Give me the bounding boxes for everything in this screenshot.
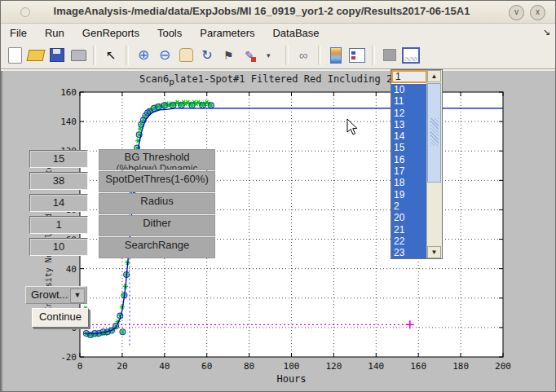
toolbar: ↖⊕⊖↻⚑✎▾∞ (1, 42, 556, 70)
dropdown-item-10[interactable]: 10 (391, 84, 427, 95)
menu-item-parameters[interactable]: Parameters (191, 25, 263, 41)
chart-title-subscript: p (169, 77, 174, 87)
dither-input[interactable]: 1 (29, 216, 88, 234)
dropdown-caret-icon: ▼ (70, 288, 85, 303)
growth-mode-dropdown[interactable]: Growt... ▼ (25, 286, 87, 304)
mouse-cursor-icon (346, 118, 360, 136)
x-tick-label: 80 (244, 361, 254, 372)
chart-title-prefix: Scan6 (139, 73, 169, 85)
pan-hand-icon[interactable] (177, 46, 195, 64)
dropdown-item-11[interactable]: 11 (391, 95, 427, 107)
menu-item-tools[interactable]: Tools (148, 25, 191, 41)
spotdetthres-1-60--input[interactable]: 38 (29, 172, 88, 190)
brush-caret-icon: ▾ (267, 51, 275, 59)
dropdown-item-23[interactable]: 23 (391, 247, 427, 258)
colorbar-icon[interactable] (327, 46, 345, 64)
chart-plot-area[interactable]: 020406080100120140160180200-200204060801… (7, 71, 556, 392)
x-tick-label: 120 (325, 361, 342, 372)
y-tick-label: -20 (60, 352, 77, 363)
menu-item-database[interactable]: DataBase (263, 25, 328, 41)
scroll-down-icon[interactable]: ▼ (427, 246, 441, 258)
x-tick-label: 140 (368, 361, 384, 372)
dropdown-item-2[interactable]: 2 (391, 200, 427, 212)
menu-corner-icon[interactable]: ↘ (543, 27, 550, 37)
toolbar-separator (126, 46, 129, 65)
menu-item-file[interactable]: File (1, 25, 36, 41)
legend-icon[interactable] (348, 46, 366, 64)
dock-figure-icon (402, 47, 420, 64)
dropdown-item-12[interactable]: 12 (391, 108, 427, 119)
spotdetthres-1-60--button[interactable]: SpotDetThres(1-60%) (99, 171, 215, 192)
menu-bar: FileRunGenReportsToolsParametersDataBase (1, 24, 556, 42)
radius-button[interactable]: Radius (99, 193, 215, 214)
toolbar-separator (318, 46, 321, 65)
spot-number-dropdown-popup: 1 10111213141516171819220212223 ▲ ▼ (391, 69, 443, 259)
open-file-icon[interactable] (27, 46, 45, 64)
y-tick-label: 160 (60, 87, 77, 98)
dropdown-item-20[interactable]: 20 (391, 212, 427, 223)
menu-item-genreports[interactable]: GenReports (73, 25, 148, 41)
rotate-3d-icon: ↻ (201, 47, 212, 63)
zoom-out-icon[interactable]: ⊖ (156, 46, 174, 64)
scrollbar-thumb[interactable] (427, 83, 441, 183)
scrollbar-grip (430, 118, 439, 146)
dither-button[interactable]: Dither (99, 215, 215, 236)
x-tick-label: 180 (452, 361, 469, 372)
x-axis-label: Hours (276, 373, 306, 385)
pan-hand-icon (179, 48, 193, 62)
spot-number-list: 10111213141516171819220212223 (391, 84, 427, 258)
bg-threshold-button[interactable]: BG Threshold(%below) Dynamic (99, 149, 215, 170)
growth-mode-label: Growt... (31, 288, 68, 301)
datatip-icon: ⚑ (223, 49, 234, 62)
searchrange-input[interactable]: 10 (29, 238, 88, 256)
x-tick-label: 60 (201, 361, 212, 372)
close-window-button[interactable]: x (530, 5, 545, 20)
dropdown-item-16[interactable]: 16 (391, 154, 427, 165)
shade-window-button[interactable]: v (509, 5, 524, 20)
dropdown-item-18[interactable]: 18 (391, 177, 427, 188)
menu-item-run[interactable]: Run (36, 25, 73, 41)
dropdown-item-17[interactable]: 17 (391, 165, 427, 177)
print-icon (71, 50, 86, 61)
new-file-icon (8, 47, 22, 64)
x-tick-label: 20 (117, 361, 127, 372)
dropdown-item-14[interactable]: 14 (391, 130, 427, 142)
title-bar: ImageAnalysis-/media/data/ExpJobs/MI 16_… (1, 1, 556, 24)
dropdown-item-13[interactable]: 13 (391, 119, 427, 130)
searchrange-button[interactable]: SearchRange (99, 237, 215, 258)
toolbar-separator (93, 46, 96, 65)
open-file-icon (27, 50, 46, 61)
scroll-up-icon[interactable]: ▲ (427, 70, 441, 82)
link-plot-icon: ∞ (299, 48, 308, 62)
new-file-icon[interactable] (6, 46, 24, 64)
save-icon (50, 48, 64, 62)
print-icon[interactable] (69, 46, 87, 64)
dropdown-item-21[interactable]: 21 (391, 224, 427, 236)
rotate-3d-icon[interactable]: ↻ (198, 46, 216, 64)
pointer-icon[interactable]: ↖ (102, 46, 120, 64)
dropdown-scrollbar[interactable]: ▲ ▼ (426, 70, 442, 258)
link-plot-icon[interactable]: ∞ (294, 46, 312, 64)
datatip-icon[interactable]: ⚑ (219, 46, 237, 64)
window-title: ImageAnalysis-/media/data/ExpJobs/MI 16_… (1, 5, 523, 17)
plot-tools-icon[interactable] (381, 46, 399, 64)
bg-threshold-input[interactable]: 15 (29, 150, 88, 168)
toolbar-separator (285, 46, 289, 65)
zoom-in-icon[interactable]: ⊕ (135, 46, 152, 64)
brush-icon[interactable]: ✎ (240, 46, 258, 64)
dropdown-item-15[interactable]: 15 (391, 142, 427, 153)
save-icon[interactable] (48, 46, 66, 64)
plot-tools-icon (383, 49, 396, 61)
continue-button[interactable]: Continue (32, 308, 89, 328)
toolbar-separator (372, 46, 375, 65)
dock-figure-icon[interactable] (402, 46, 420, 64)
x-tick-label: 160 (410, 361, 426, 372)
radius-input[interactable]: 14 (29, 194, 88, 212)
pointer-icon: ↖ (106, 48, 117, 63)
dropdown-item-19[interactable]: 19 (391, 189, 427, 200)
y-tick-label: 40 (66, 264, 77, 275)
spot-number-field[interactable]: 1 (391, 70, 427, 83)
brush-caret-icon[interactable]: ▾ (262, 46, 280, 64)
y-tick-label: 140 (60, 117, 77, 127)
dropdown-item-22[interactable]: 22 (391, 236, 427, 247)
